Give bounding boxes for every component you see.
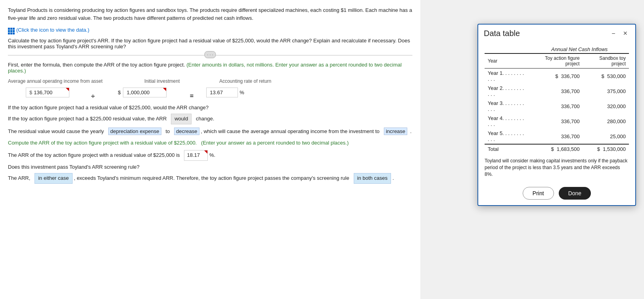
- table-row: Year 4. . . . . . . . . . . 336,700 280,…: [485, 114, 629, 129]
- sandbox-value-cell: 320,000: [583, 99, 629, 114]
- table-note: Toyland will consider making capital inv…: [485, 158, 629, 177]
- modal-minimize-button[interactable]: −: [609, 29, 617, 38]
- modal-controls: − ×: [609, 29, 630, 38]
- sandbox-value-cell: 25,000: [583, 129, 629, 144]
- modal-body: Annual Net Cash Inflows Year Toy action …: [478, 41, 635, 183]
- table-row: Year 2. . . . . . . . . . . 336,700 375,…: [485, 84, 629, 99]
- modal-close-button[interactable]: ×: [621, 29, 630, 38]
- toy-value-cell: 336,700: [530, 129, 583, 144]
- data-table-modal: Data table − × Annual Net Cash Inflows Y…: [477, 24, 636, 206]
- done-button[interactable]: Done: [559, 187, 591, 200]
- col-year-header: [485, 45, 530, 53]
- table-row: Year 1. . . . . . . . . . . $ 336,700 $ …: [485, 69, 629, 84]
- total-label: Total: [485, 144, 530, 154]
- modal-overlay: Data table − × Annual Net Cash Inflows Y…: [0, 0, 644, 299]
- year-cell: Year 3. . . . . . . . . . .: [485, 99, 530, 114]
- toy-value-cell: 336,700: [530, 114, 583, 129]
- modal-header: Data table − ×: [478, 25, 635, 41]
- annual-net-header: Annual Net Cash Inflows: [530, 45, 629, 53]
- modal-title: Data table: [484, 29, 520, 38]
- total-sandbox: $ 1,530,000: [583, 144, 629, 154]
- annual-cash-flow-table: Annual Net Cash Inflows Year Toy action …: [485, 45, 629, 154]
- year-cell: Year 5. . . . . . . . . . .: [485, 129, 530, 144]
- toy-subheader: Toy action figure project: [530, 53, 583, 69]
- modal-footer: Print Done: [478, 183, 635, 205]
- total-toy: $ 1,683,500: [530, 144, 583, 154]
- toy-value-cell: 336,700: [530, 84, 583, 99]
- year-cell: Year 1. . . . . . . . . . .: [485, 69, 530, 84]
- sandbox-subheader: Sandbox toy project: [583, 53, 629, 69]
- table-total-row: Total $ 1,683,500 $ 1,530,000: [485, 144, 629, 154]
- table-row: Year 5. . . . . . . . . . . 336,700 25,0…: [485, 129, 629, 144]
- year-cell: Year 2. . . . . . . . . . .: [485, 84, 530, 99]
- sandbox-value-cell: 375,000: [583, 84, 629, 99]
- print-button[interactable]: Print: [523, 187, 554, 200]
- table-row: Year 3. . . . . . . . . . . 336,700 320,…: [485, 99, 629, 114]
- year-cell: Year 4. . . . . . . . . . .: [485, 114, 530, 129]
- sandbox-value-cell: $ 530,000: [583, 69, 629, 84]
- toy-value-cell: $ 336,700: [530, 69, 583, 84]
- toy-value-cell: 336,700: [530, 99, 583, 114]
- year-subheader: Year: [485, 53, 530, 69]
- sandbox-value-cell: 280,000: [583, 114, 629, 129]
